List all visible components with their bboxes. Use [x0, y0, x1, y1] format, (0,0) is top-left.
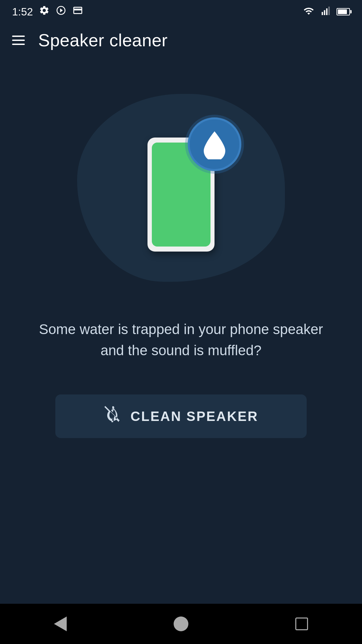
- status-right: [302, 6, 350, 18]
- card-icon: [72, 5, 83, 18]
- phone-illustration: [147, 138, 215, 252]
- clean-speaker-button[interactable]: CLEAN SPEAKER: [55, 394, 307, 438]
- water-drop-circle: [188, 117, 241, 171]
- back-icon: [54, 616, 67, 631]
- home-icon: [174, 616, 188, 631]
- signal-icon: [320, 6, 332, 18]
- nav-recent-button[interactable]: [292, 614, 312, 634]
- nav-home-button[interactable]: [171, 614, 191, 634]
- svg-rect-1: [324, 10, 325, 15]
- battery-icon: [337, 8, 350, 15]
- svg-rect-0: [322, 12, 323, 15]
- settings-icon: [39, 5, 50, 18]
- status-left: 1:52: [12, 5, 83, 18]
- illustration-container: [64, 84, 298, 292]
- status-bar: 1:52: [0, 0, 362, 23]
- nav-bar: [0, 604, 362, 644]
- wifi-icon: [302, 6, 316, 18]
- app-title: Speaker cleaner: [38, 30, 168, 50]
- main-content: Some water is trapped in your phone spea…: [0, 57, 362, 604]
- status-time: 1:52: [12, 6, 33, 18]
- phone-body: [147, 138, 215, 252]
- svg-rect-2: [326, 8, 327, 15]
- app-bar: Speaker cleaner: [0, 23, 362, 57]
- play-icon: [56, 5, 66, 18]
- svg-rect-3: [328, 7, 330, 15]
- recent-icon: [295, 618, 308, 630]
- description-text: Some water is trapped in your phone spea…: [0, 319, 362, 361]
- water-drop-icon: [201, 129, 228, 159]
- clean-button-label: CLEAN SPEAKER: [130, 409, 258, 424]
- menu-button[interactable]: [12, 36, 25, 45]
- nav-back-button[interactable]: [50, 614, 70, 634]
- clean-button-container: CLEAN SPEAKER: [55, 394, 307, 438]
- no-drop-icon: [104, 406, 121, 427]
